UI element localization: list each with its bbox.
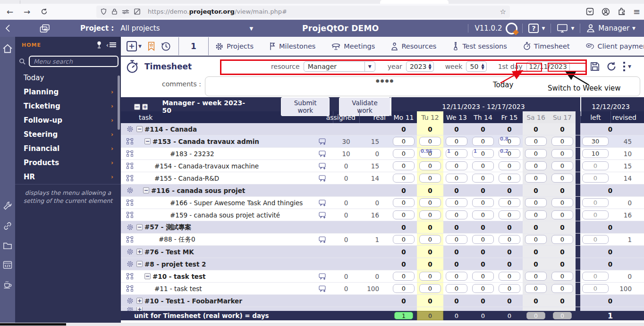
column-header-assigned[interactable]: assigned <box>333 111 359 123</box>
left-cell[interactable]: 0 <box>580 209 610 221</box>
day-cell[interactable]: 0 <box>443 160 470 172</box>
add-comment-icon[interactable] <box>319 199 326 207</box>
lock-icon[interactable] <box>111 8 118 15</box>
day-cell[interactable]: 10 <box>470 148 496 159</box>
work-input[interactable]: 0 <box>551 149 573 158</box>
work-input[interactable]: 0.950 <box>419 149 441 158</box>
project-row[interactable]: +#10 - Test1 - FoobarMarker00000000 <box>121 295 644 307</box>
sidebar-item-ticketing[interactable]: Ticketing› <box>15 99 121 113</box>
collapse-row-icon[interactable]: − <box>144 138 151 144</box>
day-cell[interactable]: 10 <box>443 148 470 159</box>
left-input[interactable]: 0 <box>582 174 609 183</box>
work-input[interactable]: 0 <box>499 174 520 183</box>
day-cell[interactable]: 0 <box>523 160 549 172</box>
sidebar-item-steering[interactable]: Steering› <box>15 127 121 142</box>
sidebar-item-products[interactable]: Products› <box>15 156 121 170</box>
week-spinner[interactable]: 50 ▲▼ <box>466 61 486 72</box>
menu-item-client-payments[interactable]: Client payments <box>586 42 644 50</box>
work-input[interactable]: 0 <box>446 235 467 244</box>
day-cell[interactable]: 0 <box>417 172 443 184</box>
task-row[interactable]: −#10 - task test00000000000 <box>121 270 644 283</box>
column-header-task[interactable]: task <box>121 111 333 123</box>
account-icon[interactable] <box>602 8 610 16</box>
work-input[interactable]: 0 <box>525 149 547 158</box>
task-row[interactable]: #154 - Canada-travaux machine01500000000… <box>121 160 644 172</box>
year-spinner[interactable]: 2023 ▲▼ <box>406 61 434 72</box>
day-cell[interactable]: 0 <box>417 234 443 245</box>
menu-hamburger-icon[interactable]: ≡ <box>633 7 640 17</box>
back-button[interactable]: ← <box>3 6 17 18</box>
left-cell[interactable]: 0 <box>580 283 610 294</box>
add-button[interactable]: +▼ <box>121 41 142 51</box>
add-comment-icon[interactable] <box>319 162 326 170</box>
work-input[interactable]: 0 <box>551 174 573 183</box>
day-cell[interactable]: 0 <box>549 148 576 159</box>
menu-item-timesheet[interactable]: Timesheet <box>523 42 570 50</box>
project-selector[interactable]: All projects <box>120 24 160 33</box>
day-cell[interactable]: 0 <box>443 209 470 221</box>
refresh-icon[interactable] <box>606 61 617 72</box>
sidebar-item-financial[interactable]: Financial› <box>15 142 121 156</box>
expand-row-icon[interactable]: + <box>136 249 143 255</box>
help-menu[interactable]: ? ▼ <box>522 24 551 33</box>
day-cell[interactable]: 0 <box>549 234 576 245</box>
work-input[interactable]: 0 <box>419 198 441 207</box>
work-input[interactable]: 0 <box>393 149 415 158</box>
permissions-icon[interactable] <box>122 9 129 15</box>
work-input[interactable]: 0 <box>393 137 415 146</box>
column-header-day[interactable]: We 13 <box>443 111 470 123</box>
day-cell[interactable]: 0 <box>417 135 443 147</box>
column-header-day[interactable]: Fr 15 <box>496 111 523 123</box>
work-input[interactable]: 0 <box>446 198 467 207</box>
work-input[interactable]: 0 <box>525 272 547 281</box>
work-input[interactable]: 0 <box>499 284 520 293</box>
day-cell[interactable]: 0 <box>470 172 496 184</box>
task-row[interactable]: #11 - task test010000000000100 <box>121 283 644 295</box>
work-input[interactable]: 0 <box>393 198 415 207</box>
sidebar-scrollbar[interactable] <box>118 75 120 130</box>
work-input[interactable]: 0 <box>446 284 467 293</box>
first-day-input[interactable]: 12/11/2023 <box>526 61 570 72</box>
day-cell[interactable]: 0 <box>470 197 496 209</box>
left-cell[interactable]: 0 <box>580 160 610 172</box>
column-header-left[interactable]: left <box>580 111 610 123</box>
work-input[interactable]: 0 <box>551 235 573 244</box>
documents-folder-icon[interactable] <box>3 242 12 250</box>
collapse-row-icon[interactable]: − <box>144 273 151 279</box>
work-input[interactable]: 0 <box>525 235 547 244</box>
day-cell[interactable]: 0 <box>390 283 417 294</box>
work-input[interactable]: 0 <box>393 272 415 281</box>
day-cell[interactable]: 0.80 <box>496 135 523 147</box>
day-cell[interactable]: 0 <box>523 209 549 221</box>
day-cell[interactable]: 0 <box>390 172 417 184</box>
day-cell[interactable]: 0 <box>470 234 496 245</box>
column-header-day[interactable]: Sa 16 <box>523 111 549 123</box>
work-input[interactable]: 0 <box>472 198 494 207</box>
work-input[interactable]: 0 <box>551 284 573 293</box>
day-cell[interactable]: 0 <box>390 209 417 221</box>
work-input[interactable]: 0 <box>472 174 494 183</box>
bookmark-star-icon[interactable]: ☆ <box>500 8 506 16</box>
day-cell[interactable]: 0 <box>470 270 496 282</box>
resource-select[interactable]: Manager ▼ <box>304 61 375 72</box>
work-input[interactable]: 0 <box>393 161 415 170</box>
task-row[interactable]: #166 - Super Awesome Task And thingies00… <box>121 197 644 209</box>
expand-all-icon[interactable]: + <box>142 104 148 110</box>
day-cell[interactable]: 0 <box>443 197 470 209</box>
horizontal-scrollbar[interactable] <box>0 323 644 326</box>
work-input[interactable]: 0 <box>419 284 441 293</box>
work-input[interactable]: 0 <box>551 272 573 281</box>
work-input[interactable]: 0 <box>472 284 494 293</box>
day-cell[interactable]: 0 <box>443 135 470 147</box>
save-icon[interactable] <box>590 62 600 71</box>
project-row[interactable]: −#57 - 測試專案00000000 <box>121 221 644 234</box>
day-cell[interactable]: 0 <box>496 209 523 221</box>
left-input[interactable]: 30 <box>582 137 609 146</box>
collapse-row-icon[interactable]: − <box>136 261 143 267</box>
work-input[interactable]: 0 <box>446 137 467 146</box>
work-input[interactable]: 0 <box>446 174 467 183</box>
day-cell[interactable]: 0.950 <box>417 148 443 159</box>
day-cell[interactable]: 0 <box>549 172 576 184</box>
day-cell[interactable]: 0 <box>470 283 496 294</box>
day-cell[interactable]: 0 <box>549 160 576 172</box>
